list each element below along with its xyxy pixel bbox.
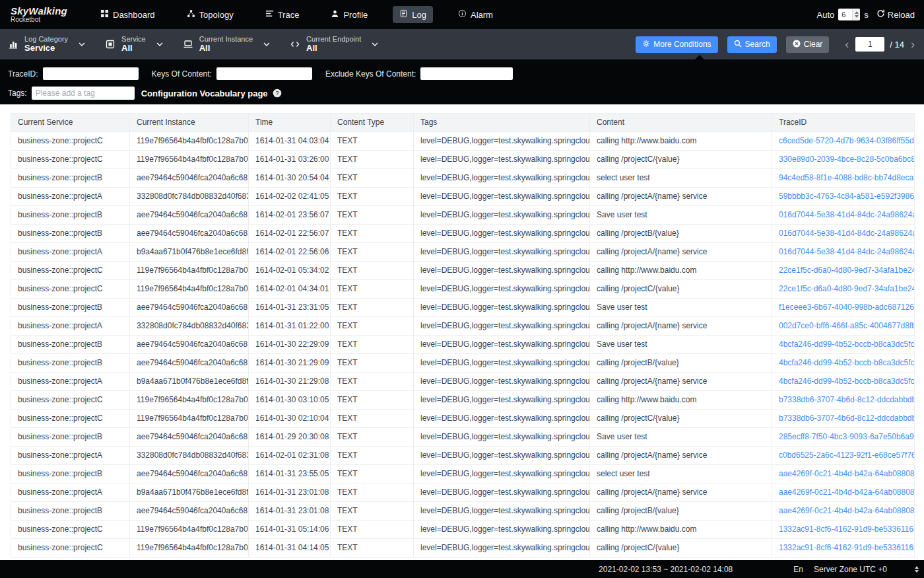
current-instance-selector[interactable]: Current Instance All <box>183 35 270 54</box>
log-icon <box>399 9 408 20</box>
table-cell: level=DEBUG,logger=test.skywalking.sprin… <box>414 151 590 169</box>
trace-id-link[interactable]: 94c4ed58-8f1e-4088-bd8c-bb74d8eca703 <box>772 169 915 188</box>
table-cell: calling /projectB/{value} <box>590 502 772 521</box>
trace-id-link[interactable]: 59bbbb3c-4763-4c84-a581-e592f39865bd <box>772 188 915 206</box>
table-cell: level=DEBUG,logger=test.skywalking.sprin… <box>414 262 590 280</box>
table-cell: business-zone::projectB <box>11 465 130 484</box>
nav-item-log[interactable]: Log <box>393 6 433 23</box>
trace-id-link[interactable]: aae4269f-0c21-4b4d-b42a-64ab08808ac8 <box>772 465 915 484</box>
page-total-label: / 14 <box>890 40 904 50</box>
table-cell: select user test <box>590 465 772 484</box>
table-row: business-zone::projectC119e7f96564b4a4fb… <box>11 151 915 169</box>
exclude-keys-input[interactable] <box>420 67 513 80</box>
table-cell: 1614-01-31 04:14:05 <box>249 539 331 558</box>
time-range-picker[interactable]: 2021-02-02 13:53 ~ 2021-02-02 14:08 <box>599 565 733 574</box>
table-cell: business-zone::projectB <box>11 428 130 447</box>
current-endpoint-selector[interactable]: Current Endpoint All <box>290 35 378 54</box>
more-conditions-button[interactable]: More Conditions <box>636 36 717 53</box>
trace-id-link[interactable]: c0bd6525-2a6c-4123-92f1-e68ce57f767d <box>772 447 915 465</box>
trace-id-link[interactable]: 016d7044-5e38-41d4-84dc-24a98624a30e <box>772 225 915 243</box>
trace-id-label: TraceID: <box>8 69 38 79</box>
table-cell: calling /projectA/{name} service <box>590 373 772 391</box>
table-cell: level=DEBUG,logger=test.skywalking.sprin… <box>414 299 590 317</box>
table-cell: calling http://www.baidu.com <box>590 521 772 539</box>
table-cell: level=DEBUG,logger=test.skywalking.sprin… <box>414 132 590 151</box>
table-cell: business-zone::projectB <box>11 206 130 225</box>
table-cell: TEXT <box>331 206 414 225</box>
table-cell: business-zone::projectA <box>11 484 130 502</box>
trace-id-link[interactable]: 016d7044-5e38-41d4-84dc-24a98624a30e <box>772 206 915 225</box>
clear-button[interactable]: Clear <box>786 36 830 53</box>
trace-id-link[interactable]: b7338db6-3707-4b6d-8c12-ddcdabbdb45a <box>772 391 915 410</box>
trace-id-link[interactable]: 285ecff8-7f50-4bc3-9093-6a7e50b6a9a3 <box>772 428 915 447</box>
trace-id-link[interactable]: aae4269f-0c21-4b4d-b42a-64ab08808ac8 <box>772 502 915 521</box>
trace-id-link[interactable]: 002d7ce0-bff6-466f-a85c-4004677d8fbf <box>772 317 915 336</box>
trace-id-link[interactable]: 1332ac91-8cf6-4162-91d9-be53361168a9 <box>772 539 915 558</box>
table-cell: level=DEBUG,logger=test.skywalking.sprin… <box>414 539 590 558</box>
trace-id-input[interactable] <box>43 67 139 80</box>
trace-id-link[interactable]: 330e89d0-2039-4bce-8c28-5c0ba6bc8ce7 <box>772 151 915 169</box>
dashboard-icon <box>100 9 109 20</box>
table-cell: 1614-01-31 01:22:00 <box>249 317 331 336</box>
table-cell: TEXT <box>331 299 414 317</box>
trace-id-link[interactable]: 016d7044-5e38-41d4-84dc-24a98624a30e <box>772 243 915 262</box>
trace-id-link[interactable]: 4bcfa246-dd99-4b52-bccb-b8ca3dc5fc94 <box>772 354 915 373</box>
table-cell: business-zone::projectB <box>11 354 130 373</box>
configuration-vocabulary-link[interactable]: Configuration Vocabulary page <box>141 89 268 98</box>
table-cell: TEXT <box>331 280 414 299</box>
server-zone-stepper[interactable] <box>915 566 919 573</box>
table-cell: business-zone::projectA <box>11 243 130 262</box>
table-cell: 119e7f96564b4a4fbf0c128a7b0... <box>130 280 249 299</box>
trace-id-link[interactable]: 22ce1f5c-d6a0-4d80-9ed7-34afa1be2490 <box>772 280 915 299</box>
log-category-selector[interactable]: Log Category Service <box>8 35 85 54</box>
table-cell: business-zone::projectB <box>11 299 130 317</box>
search-button[interactable]: Search <box>727 36 777 53</box>
table-cell: TEXT <box>331 391 414 410</box>
table-cell: level=DEBUG,logger=test.skywalking.sprin… <box>414 188 590 206</box>
table-cell: TEXT <box>331 243 414 262</box>
tags-label: Tags: <box>8 89 27 98</box>
table-cell: level=DEBUG,logger=test.skywalking.sprin… <box>414 391 590 410</box>
reload-button[interactable]: Reload <box>876 9 915 20</box>
logo-title: SkyWalking <box>11 6 79 17</box>
trace-id-link[interactable]: c6ced5de-5720-4d7b-9634-03f86ff55d30 <box>772 132 915 151</box>
table-cell: calling /projectA/{name} service <box>590 447 772 465</box>
table-cell: business-zone::projectA <box>11 373 130 391</box>
page-input[interactable] <box>855 37 884 52</box>
nav-label: Trace <box>278 10 300 20</box>
help-question-icon[interactable]: ? <box>273 89 282 98</box>
trace-id-link[interactable]: 4bcfa246-dd99-4b52-bccb-b8ca3dc5fc94 <box>772 336 915 354</box>
prev-page-button[interactable]: ‹ <box>843 38 850 50</box>
nav-item-alarm[interactable]: Alarm <box>451 6 500 23</box>
keys-of-content-input[interactable] <box>216 67 312 80</box>
table-cell: calling http://www.baidu.com <box>590 132 772 151</box>
table-cell: TEXT <box>331 447 414 465</box>
table-cell: Save user test <box>590 206 772 225</box>
table-cell: 1614-01-31 03:26:00 <box>249 151 331 169</box>
auto-interval-spinner[interactable] <box>852 9 860 20</box>
trace-id-link[interactable]: 22ce1f5c-d6a0-4d80-9ed7-34afa1be2490 <box>772 262 915 280</box>
language-selector[interactable]: En <box>793 565 803 574</box>
trace-id-link[interactable]: 4bcfa246-dd99-4b52-bccb-b8ca3dc5fc94 <box>772 373 915 391</box>
table-cell: Save user test <box>590 299 772 317</box>
trace-id-link[interactable]: f1eceee3-6b67-4040-998b-adc6871261c1 <box>772 299 915 317</box>
nav-item-topology[interactable]: Topology <box>180 6 240 23</box>
table-row: business-zone::projectBaee79464c59046fca… <box>11 502 915 521</box>
next-page-button[interactable]: › <box>909 38 916 50</box>
nav-item-dashboard[interactable]: Dashboard <box>94 6 162 23</box>
pagination: ‹ / 14 › <box>843 37 916 52</box>
service-selector[interactable]: Service All <box>105 35 163 54</box>
selector-label: Service <box>121 35 146 44</box>
trace-id-link[interactable]: aae4269f-0c21-4b4d-b42a-64ab08808ac8 <box>772 484 915 502</box>
table-cell: 119e7f96564b4a4fbf0c128a7b0... <box>130 151 249 169</box>
nav-item-profile[interactable]: Profile <box>324 6 374 23</box>
table-row: business-zone::projectBaee79464c59046fca… <box>11 465 915 484</box>
trace-id-link[interactable]: 1332ac91-8cf6-4162-91d9-be53361168a9 <box>772 521 915 539</box>
table-row: business-zone::projectC119e7f96564b4a4fb… <box>11 262 915 280</box>
table-row: business-zone::projectBaee79464c59046fca… <box>11 299 915 317</box>
tags-input[interactable] <box>32 87 135 100</box>
trace-id-link[interactable]: b7338db6-3707-4b6d-8c12-ddcdabbdb45a <box>772 410 915 428</box>
table-cell: level=DEBUG,logger=test.skywalking.sprin… <box>414 243 590 262</box>
auto-interval-input[interactable]: 6 <box>838 9 860 20</box>
nav-item-trace[interactable]: Trace <box>259 6 306 23</box>
